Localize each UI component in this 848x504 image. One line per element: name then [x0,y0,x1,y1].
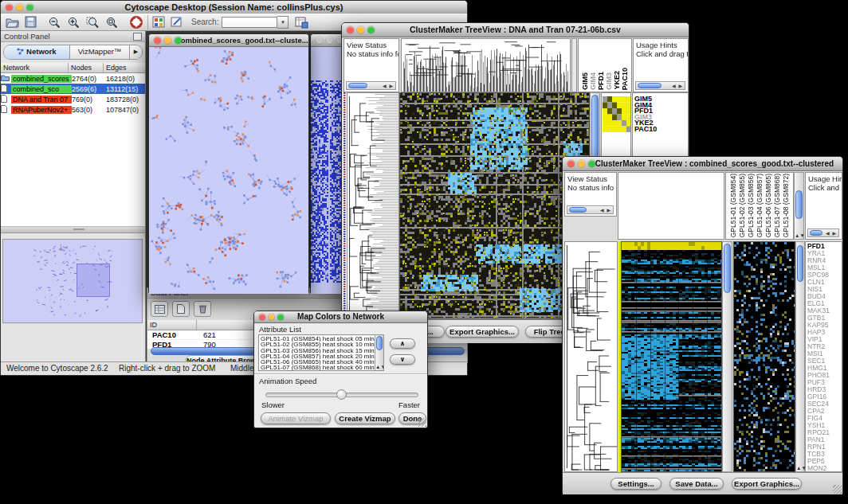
search-input[interactable] [222,17,277,28]
heatmap-canvas[interactable] [400,93,589,318]
network-overview-canvas[interactable] [3,240,142,322]
column-label: GPL51-07 (GSM868) [773,174,782,237]
vizmap-grid-icon[interactable] [152,16,165,28]
tab-overflow-button[interactable]: ▶ [130,45,142,59]
view-status-panel: View StatusNo status info for ◀ ▶ [344,38,399,92]
zoom-window-icon[interactable] [367,26,375,33]
create-vizmap-button[interactable]: Create Vizmap [335,412,395,424]
network-list-item[interactable]: DNA and Tran 07769(0)183728(0) [1,94,145,104]
genes-vscrollbar[interactable]: ▲▼ [795,241,805,472]
labels-vscrollbar[interactable]: ▲▼ [794,172,804,240]
network-list-item[interactable]: RNAPuberNov2+563(0)107847(0) [1,104,145,115]
zoom-window-icon[interactable] [26,4,33,11]
zoom-fit-icon[interactable] [105,16,119,29]
zoom-heatmap-canvas[interactable] [603,96,631,133]
usage-hints-title: Usage Hints [808,174,842,183]
panel-divider[interactable] [1,227,145,233]
network-list-item[interactable]: combined_sco2569(6)13112(15) [1,84,145,94]
tab-network[interactable]: Network [4,45,70,59]
network-graph-canvas[interactable] [149,47,308,294]
delete-trash-icon[interactable] [194,301,211,317]
scroll-strip[interactable] [571,38,577,92]
move-down-button[interactable]: ∨ [390,354,415,365]
minimize-icon[interactable] [326,37,333,44]
save-icon[interactable] [25,16,37,28]
tab-vizmapper[interactable]: VizMapper™ [70,45,130,59]
divider [254,373,427,374]
heatmap-canvas[interactable] [622,242,721,471]
search-dropdown-button[interactable]: ▼ [277,16,289,29]
close-icon[interactable] [259,314,265,320]
usage-hints-title: Usage Hints [636,41,677,49]
save-data-button[interactable]: Save Data... [669,478,724,490]
status-scrollbar[interactable]: ◀ ▶ [346,81,396,90]
network-table-header[interactable]: Network Nodes Edges [1,63,145,73]
minimize-icon[interactable] [578,160,585,167]
column-tree-panel[interactable] [618,172,724,240]
attribute-item[interactable]: GPL51-02 (GSM855) heat shock 10 min [259,342,383,347]
export-graphics-button[interactable]: Export Graphics... [446,326,519,338]
hints-scrollbar[interactable]: ◀ ▶ [635,81,685,90]
status-scrollbar[interactable]: ◀ ▶ [567,205,614,214]
heatmap-vscrollbar[interactable] [722,241,732,472]
new-page-icon[interactable] [172,301,190,317]
list-vscrollbar[interactable]: ▲▼ [375,335,383,370]
zoom-window-icon[interactable] [175,37,182,44]
annotation-icon[interactable] [171,16,183,28]
close-icon[interactable] [6,4,13,11]
attribute-item[interactable]: GPL51-01 (GSM854) heat shock 05 min [259,336,383,342]
network-edges: 107847(0) [106,106,145,114]
attribute-browser-icon[interactable] [295,16,308,29]
view-status-message: No status info for [567,183,616,192]
open-folder-icon[interactable] [6,16,19,28]
zoom-window-icon[interactable] [588,160,595,167]
minimize-icon[interactable] [16,4,23,11]
zoom-heatmap-canvas[interactable] [734,242,795,471]
resize-grip[interactable] [418,418,426,427]
network-list-item[interactable]: combined_scores2764(0)16218(0) [1,73,145,84]
attribute-item[interactable]: GPL51-03 (GSM856) heat shock 15 min [259,348,383,354]
hints-scrollbar[interactable]: ◀ ▶ [807,229,839,237]
network-name: combined_scores [11,75,72,83]
zoom-out-icon[interactable] [48,16,61,29]
zoom-view-panel[interactable] [733,241,795,472]
row-dendrogram-panel[interactable] [564,241,618,472]
control-panel: Control Panel Network VizMapper™ ▶ Netwo… [1,31,146,363]
row-dendrogram-canvas[interactable] [565,242,617,471]
resize-grip[interactable] [833,485,842,494]
export-graphics-button[interactable]: Export Graphics... [732,478,802,490]
help-lifering-icon[interactable] [130,16,143,29]
network-name: DNA and Tran 07 [11,96,72,104]
close-icon[interactable] [567,160,575,167]
minimize-icon[interactable] [269,314,275,320]
column-dendrogram-panel[interactable] [401,38,571,92]
attribute-item[interactable]: GPL51-04 (GSM857) heat shock 20 min [259,354,383,359]
move-up-button[interactable]: ∧ [390,338,415,349]
network-overview[interactable] [2,239,143,323]
column-dendrogram-canvas[interactable] [402,39,570,92]
animation-speed-slider[interactable] [265,393,418,397]
slider-thumb[interactable] [336,389,347,400]
row-dendrogram-panel[interactable] [347,92,399,319]
settings-button[interactable]: Settings... [610,478,662,490]
attribute-item[interactable]: GPL51-06 (GSM865) heat shock 40 min [259,359,383,365]
zoom-selected-icon[interactable] [86,16,100,29]
float-panel-icon[interactable] [133,33,142,41]
zoom-window-icon[interactable] [277,314,284,320]
window-controls[interactable] [6,4,33,11]
zoom-in-icon[interactable] [67,16,80,29]
close-icon[interactable] [347,26,354,33]
close-icon[interactable] [316,37,323,44]
minimize-icon[interactable] [164,37,171,44]
heatmap-panel[interactable] [621,241,722,472]
attribute-item[interactable]: GPL51-07 (GSM868) heat shock 60 min [259,365,383,370]
row-dendrogram-canvas[interactable] [347,93,398,318]
table-icon[interactable] [151,301,168,317]
column-id: ID [147,320,197,330]
close-icon[interactable] [154,37,161,44]
column-edges: Edges [104,63,145,72]
attribute-listbox[interactable]: GPL51-01 (GSM854) heat shock 05 minGPL51… [258,334,384,371]
minimize-icon[interactable] [357,26,364,33]
main-titlebar[interactable]: Cytoscape Desktop (Session Name: collins… [1,1,467,14]
animate-vizmap-button[interactable]: Animate Vizmap [261,412,331,424]
